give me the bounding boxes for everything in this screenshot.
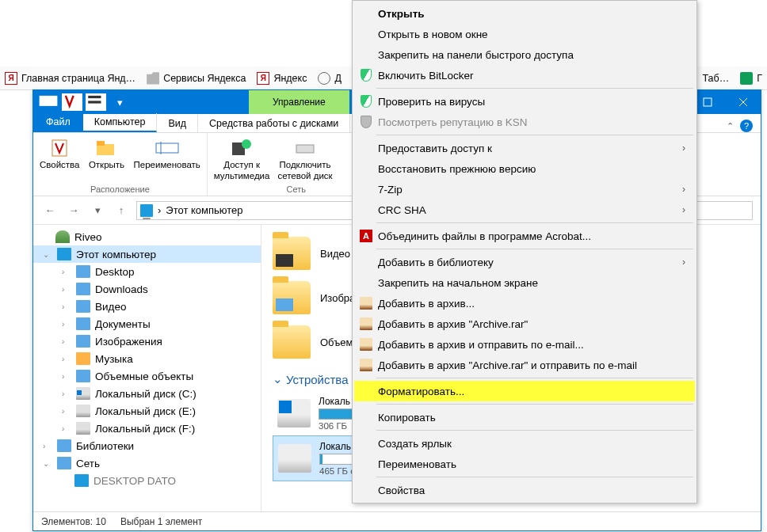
close-button[interactable] xyxy=(725,90,761,114)
qat-dropdown-icon[interactable] xyxy=(86,93,106,111)
chevron-right-icon: › xyxy=(682,184,685,195)
menu-rename[interactable]: Переименовать xyxy=(354,454,695,474)
svg-rect-14 xyxy=(296,145,314,153)
bookmark-yandex[interactable]: ЯЯндекс xyxy=(257,72,307,85)
globe-icon xyxy=(318,72,330,85)
menu-open[interactable]: Открыть xyxy=(354,3,695,24)
status-count: Элементов: 10 xyxy=(41,516,106,527)
menu-archive-email[interactable]: Добавить в архив и отправить по e-mail..… xyxy=(354,334,695,355)
bookmark-yandex-main[interactable]: ЯГлавная страница Янд… xyxy=(5,72,135,85)
navigation-tree[interactable]: Riveo ⌄Этот компьютер ›Desktop ›Download… xyxy=(33,225,261,511)
chevron-right-icon: › xyxy=(682,204,685,215)
svg-point-13 xyxy=(242,139,251,149)
collapse-ribbon-icon[interactable]: ⌃ xyxy=(727,121,734,131)
user-icon xyxy=(55,230,70,243)
tree-desktop[interactable]: ›Desktop xyxy=(33,263,261,280)
nav-history-dropdown[interactable]: ▾ xyxy=(89,202,106,219)
bookmark-yandex-services[interactable]: Сервисы Яндекса xyxy=(147,72,246,85)
status-bar: Элементов: 10 Выбран 1 элемент xyxy=(33,511,761,530)
winrar-icon xyxy=(359,337,373,352)
drive-icon xyxy=(277,399,311,428)
status-selection: Выбран 1 элемент xyxy=(120,516,202,527)
menu-add-archive[interactable]: Добавить в архив... xyxy=(354,293,695,314)
tab-view[interactable]: Вид xyxy=(157,115,198,132)
bookmark-globe[interactable]: Д xyxy=(318,72,341,85)
nav-up-button[interactable]: ↑ xyxy=(113,202,130,219)
svg-rect-4 xyxy=(704,98,712,106)
nav-forward-button[interactable]: → xyxy=(65,202,82,219)
tab-file[interactable]: Файл xyxy=(33,113,83,132)
menu-pin-quick-access[interactable]: Закрепить на панели быстрого доступа xyxy=(354,44,695,65)
shield-icon xyxy=(359,94,373,108)
tab-drive-tools[interactable]: Средства работы с дисками xyxy=(198,115,350,132)
sheets-icon xyxy=(740,72,753,85)
tree-drive-c[interactable]: ›Локальный диск (C:) xyxy=(33,385,261,402)
menu-open-new-window[interactable]: Открыть в новом окне xyxy=(354,24,695,44)
folder-icon xyxy=(147,72,159,85)
tree-user[interactable]: Riveo xyxy=(33,228,261,245)
pc-icon xyxy=(140,204,153,217)
tree-3d-objects[interactable]: ›Объемные объекты xyxy=(33,367,261,385)
ribbon-open-button[interactable]: Открыть xyxy=(88,138,126,169)
tree-network-pc[interactable]: DESKTOP DATO xyxy=(33,472,261,489)
objects-3d-icon xyxy=(76,370,90,382)
tree-video[interactable]: ›Видео xyxy=(33,298,261,315)
menu-restore-version[interactable]: Восстановить прежнюю версию xyxy=(354,158,695,179)
winrar-icon xyxy=(359,358,373,372)
menu-crc-sha[interactable]: CRC SHA› xyxy=(354,200,695,220)
svg-rect-9 xyxy=(97,141,105,146)
qat-properties-icon[interactable] xyxy=(62,93,82,111)
music-icon xyxy=(76,352,90,365)
pc-icon xyxy=(57,248,71,260)
drive-icon xyxy=(76,405,90,417)
drive-icon xyxy=(278,444,311,473)
menu-archive-rar-email[interactable]: Добавить в архив "Archive.rar" и отправи… xyxy=(354,355,695,375)
menu-copy[interactable]: Копировать xyxy=(354,407,695,428)
bookmark-tab[interactable]: Таб… xyxy=(703,73,730,84)
tree-drive-f[interactable]: ›Локальный диск (F:) xyxy=(33,420,261,437)
menu-7zip[interactable]: 7-Zip› xyxy=(354,179,695,200)
tree-images[interactable]: ›Изображения xyxy=(33,332,261,350)
ribbon-properties-button[interactable]: Свойства xyxy=(40,138,80,169)
context-menu: Открыть Открыть в новом окне Закрепить н… xyxy=(352,0,697,504)
menu-create-shortcut[interactable]: Создать ярлык xyxy=(354,433,695,454)
menu-properties[interactable]: Свойства xyxy=(354,480,695,500)
tree-downloads[interactable]: ›Downloads xyxy=(33,280,261,298)
titlebar-app-icon[interactable] xyxy=(38,93,59,111)
ribbon-group-location-label: Расположение xyxy=(90,184,150,194)
tree-libraries[interactable]: ›Библиотеки xyxy=(33,437,261,454)
tree-this-pc[interactable]: ⌄Этот компьютер xyxy=(33,245,261,263)
menu-add-archive-rar[interactable]: Добавить в архив "Archive.rar" xyxy=(354,314,695,334)
tree-network[interactable]: ⌄Сеть xyxy=(33,454,261,472)
menu-pin-start[interactable]: Закрепить на начальном экране xyxy=(354,272,695,293)
menu-share[interactable]: Предоставить доступ к› xyxy=(354,138,695,158)
menu-acrobat[interactable]: AОбъединить файлы в программе Acrobat... xyxy=(354,226,695,246)
chevron-right-icon: › xyxy=(682,256,685,268)
tree-documents[interactable]: ›Документы xyxy=(33,315,261,332)
menu-ksn[interactable]: Посмотреть репутацию в KSN xyxy=(354,112,695,132)
ribbon-context-manage[interactable]: Управление xyxy=(249,90,349,114)
qat-chevron-icon[interactable]: ▾ xyxy=(109,93,130,111)
bookmark-sheets[interactable]: Г xyxy=(740,72,762,85)
menu-add-to-library[interactable]: Добавить в библиотеку› xyxy=(354,252,695,272)
menu-format[interactable]: Форматировать... xyxy=(354,381,695,401)
tree-drive-e[interactable]: ›Локальный диск (E:) xyxy=(33,402,261,420)
menu-bitlocker[interactable]: Включить BitLocker xyxy=(354,65,695,86)
ribbon-netdrive-button[interactable]: Подключитьсетевой диск xyxy=(277,138,332,180)
menu-virus-scan[interactable]: Проверить на вирусы xyxy=(354,91,695,112)
ribbon-rename-button[interactable]: Переименовать xyxy=(134,138,200,169)
svg-rect-2 xyxy=(88,101,101,103)
tab-computer[interactable]: Компьютер xyxy=(83,113,158,132)
nav-back-button[interactable]: ← xyxy=(41,202,59,219)
chevron-right-icon: › xyxy=(682,142,685,154)
address-text: Этот компьютер xyxy=(166,204,242,216)
ribbon-media-button[interactable]: Доступ кмультимедиа xyxy=(214,138,270,180)
tree-music[interactable]: ›Музыка xyxy=(33,350,261,367)
winrar-icon xyxy=(359,296,373,310)
svg-rect-1 xyxy=(88,96,101,98)
desktop-icon xyxy=(76,265,90,278)
help-icon[interactable]: ? xyxy=(740,120,753,132)
downloads-icon xyxy=(76,283,90,295)
libraries-icon xyxy=(57,439,71,452)
svg-rect-8 xyxy=(97,144,114,155)
